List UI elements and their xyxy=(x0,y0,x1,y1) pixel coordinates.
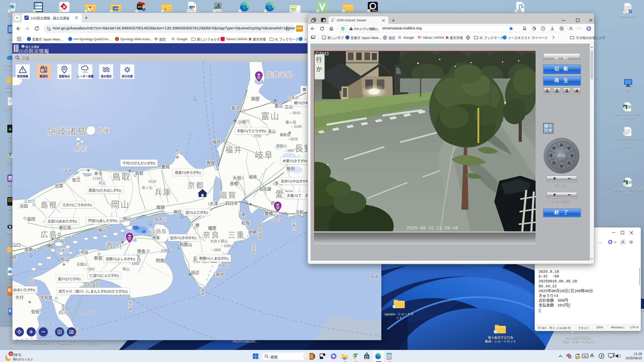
svg-text:・2702: ・2702 xyxy=(250,134,261,138)
svg-text:室戸岬: 室戸岬 xyxy=(128,300,132,311)
svg-text:松江: 松江 xyxy=(72,178,80,182)
svg-text:e: e xyxy=(342,27,344,31)
svg-text:徳島: 徳島 xyxy=(137,249,145,254)
svg-text:洲本: 洲本 xyxy=(152,236,160,240)
svg-text:大台ヶ原山: 大台ヶ原山 xyxy=(210,239,228,243)
svg-text:宇和島: 宇和島 xyxy=(40,296,53,300)
svg-text:四日市: 四日市 xyxy=(225,201,238,206)
svg-text:豊後: 豊後 xyxy=(61,304,65,311)
svg-text:松山: 松山 xyxy=(61,257,69,261)
svg-text:大津: 大津 xyxy=(210,201,218,206)
svg-text:佐伯: 佐伯 xyxy=(31,309,39,314)
svg-text:鳥取: 鳥取 xyxy=(112,172,131,182)
svg-text:京都: 京都 xyxy=(187,181,205,190)
svg-text:9: 9 xyxy=(10,352,12,356)
svg-text:東広島: 東広島 xyxy=(59,225,71,230)
svg-text:PTZ: PTZ xyxy=(558,154,565,158)
svg-text:✈: ✈ xyxy=(188,272,192,277)
svg-text:松阪: 松阪 xyxy=(242,221,250,225)
svg-text:⚓: ⚓ xyxy=(148,221,153,226)
svg-text:岐阜: 岐阜 xyxy=(255,150,274,160)
svg-text:神戸: 神戸 xyxy=(173,210,182,214)
svg-text:CAM3: CAM3 xyxy=(315,51,329,56)
svg-text:✈: ✈ xyxy=(273,98,277,103)
svg-text:御嶽山: 御嶽山 xyxy=(276,144,287,148)
svg-text:益田: 益田 xyxy=(27,217,35,221)
svg-text:能登半島: 能登半島 xyxy=(267,71,293,78)
svg-text:大分: 大分 xyxy=(15,295,24,300)
svg-text:・1982: ・1982 xyxy=(84,267,95,271)
svg-text:大王崎: 大王崎 xyxy=(252,243,256,254)
svg-text:津: 津 xyxy=(241,212,245,217)
svg-text:熊野川: 熊野川 xyxy=(218,264,230,268)
svg-text:浜名湖: 浜名湖 xyxy=(271,218,283,222)
svg-text:1729・: 1729・ xyxy=(93,176,104,180)
svg-text:彦根: 彦根 xyxy=(230,182,238,186)
svg-text:・3180: ・3180 xyxy=(290,124,302,128)
svg-text:石鎚山: 石鎚山 xyxy=(77,262,87,266)
svg-text:✈: ✈ xyxy=(28,300,31,305)
svg-text:浜松: 浜松 xyxy=(296,210,304,214)
svg-text:大垣: 大垣 xyxy=(233,176,241,180)
svg-text:堺: 堺 xyxy=(195,223,199,228)
svg-text:槍ヶ岳: 槍ヶ岳 xyxy=(286,120,296,124)
svg-text:八丈: 八丈 xyxy=(376,307,381,312)
svg-text:2025-08-15 21:26:48: 2025-08-15 21:26:48 xyxy=(407,225,458,231)
svg-text:敦賀: 敦賀 xyxy=(207,161,215,165)
svg-text:✈: ✈ xyxy=(62,262,66,267)
svg-text:✈: ✈ xyxy=(249,202,252,207)
svg-text:⚓: ⚓ xyxy=(192,97,197,101)
svg-text:豊岡: 豊岡 xyxy=(161,165,170,169)
svg-text:伊勢: 伊勢 xyxy=(248,230,257,235)
svg-text:隠岐諸島: 隠岐諸島 xyxy=(47,127,87,136)
svg-text:府: 府 xyxy=(12,255,17,260)
svg-text:新宮: 新宮 xyxy=(216,273,224,277)
svg-text:姫路: 姫路 xyxy=(156,205,165,210)
svg-text:・3067: ・3067 xyxy=(284,149,295,153)
svg-text:周南: 周南 xyxy=(24,248,33,252)
svg-text:・3015: ・3015 xyxy=(289,111,300,115)
svg-text:・3026: ・3026 xyxy=(287,137,298,141)
svg-text:出雲: 出雲 xyxy=(55,184,63,188)
svg-text:佐田: 佐田 xyxy=(29,278,33,285)
svg-text:小松: 小松 xyxy=(238,120,246,124)
svg-text:阿南: 阿南 xyxy=(156,258,164,263)
svg-text:和歌山: 和歌山 xyxy=(180,242,192,247)
svg-text:江の川: 江の川 xyxy=(23,199,35,203)
svg-text:加古川: 加古川 xyxy=(154,217,167,222)
svg-text:1510: 1510 xyxy=(148,179,156,184)
svg-text:鳥取: 鳥取 xyxy=(135,171,143,175)
svg-text:✈: ✈ xyxy=(233,118,237,123)
svg-text:名古屋: 名古屋 xyxy=(259,187,271,191)
svg-text:✈: ✈ xyxy=(87,168,90,173)
svg-text:山口: 山口 xyxy=(12,243,21,247)
svg-text:富山: 富山 xyxy=(274,104,283,108)
svg-text:岐阜: 岐阜 xyxy=(249,175,257,179)
svg-text:潮岬: 潮岬 xyxy=(200,289,204,296)
svg-text:米子: 米子 xyxy=(94,171,102,176)
svg-text:淡路島: 淡路島 xyxy=(151,229,167,234)
svg-text:J: J xyxy=(600,354,602,358)
svg-text:CPU: CPU xyxy=(138,6,142,8)
svg-text:香川: 香川 xyxy=(106,241,123,250)
svg-text:豊橋: 豊橋 xyxy=(265,211,273,216)
svg-text:飯田: 飯田 xyxy=(287,166,295,171)
svg-text:四万十: 四万十 xyxy=(58,310,72,315)
svg-text:✈: ✈ xyxy=(51,237,54,241)
svg-text:伊良湖岬: 伊良湖岬 xyxy=(258,225,262,239)
svg-text:田辺: 田辺 xyxy=(191,270,199,275)
svg-text:富山: 富山 xyxy=(261,111,280,121)
svg-text:島前: 島前 xyxy=(75,146,88,152)
svg-text:沖の島: 沖の島 xyxy=(41,322,53,326)
svg-text:呉: 呉 xyxy=(60,239,64,244)
svg-text:滋賀: 滋賀 xyxy=(220,191,237,199)
svg-text:金沢: 金沢 xyxy=(231,106,240,110)
svg-text:NT2: NT2 xyxy=(372,9,377,12)
svg-text:Askin: Askin xyxy=(114,7,119,10)
svg-text:・1695: ・1695 xyxy=(220,244,231,248)
svg-text:⚓: ⚓ xyxy=(28,252,33,257)
svg-text:今治: 今治 xyxy=(80,250,88,255)
svg-text:剣山: 剣山 xyxy=(123,267,130,271)
svg-text:・1800: ・1800 xyxy=(210,248,221,252)
svg-text:岡山: 岡山 xyxy=(111,200,130,209)
